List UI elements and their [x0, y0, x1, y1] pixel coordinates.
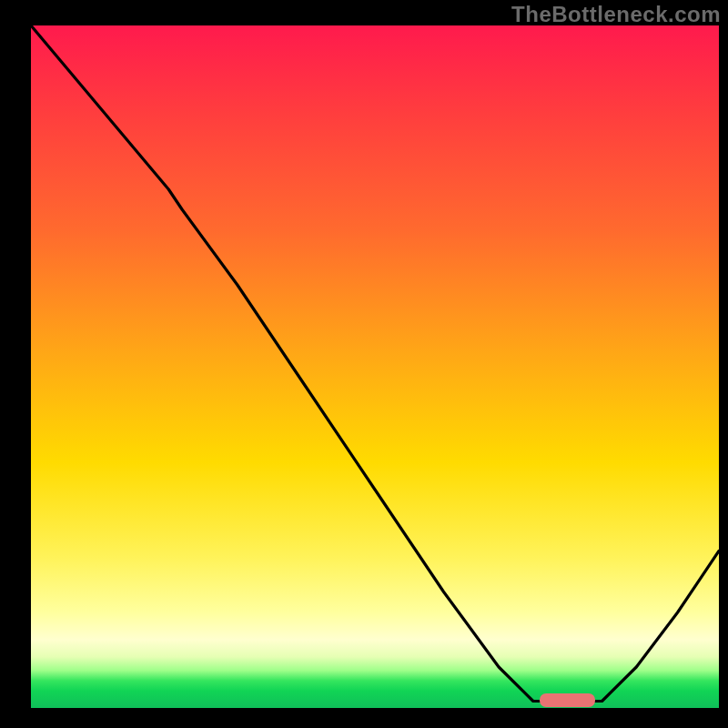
bottleneck-curve [31, 25, 719, 708]
optimum-marker [540, 693, 594, 707]
plot-area [31, 25, 719, 708]
curve-path [31, 25, 719, 702]
chart-frame: TheBottleneck.com [0, 0, 728, 728]
watermark-text: TheBottleneck.com [511, 2, 721, 27]
